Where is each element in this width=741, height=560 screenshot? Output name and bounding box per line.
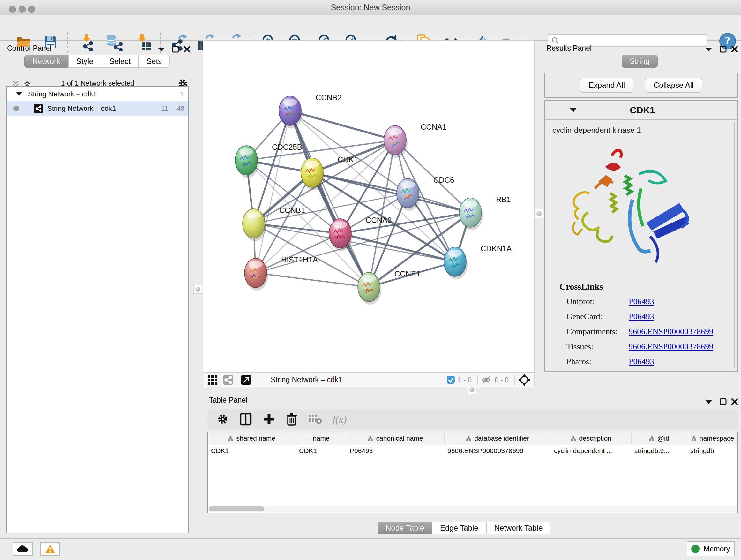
float-window-icon — [172, 45, 179, 53]
column-header-@id[interactable]: @id — [631, 432, 687, 445]
birds-eye-view-button[interactable] — [207, 373, 218, 387]
tab-style[interactable]: Style — [68, 55, 101, 68]
delete-table-button[interactable] — [308, 412, 322, 426]
edge-HIST1H1A-CCNE1[interactable] — [256, 273, 369, 287]
column-type-icon — [649, 436, 655, 441]
node-CCNA1[interactable]: CCNA1 — [384, 123, 447, 158]
hidden-node-edge-counts: 0 - 0 — [495, 376, 509, 384]
column-header-namespace[interactable]: namespace — [687, 432, 738, 445]
results-panel-collapse-button[interactable] — [705, 47, 712, 53]
node-HIST1H1A[interactable]: HIST1H1A — [245, 255, 318, 291]
expand-all-button[interactable]: Expand All — [580, 78, 633, 92]
crosslink-link[interactable]: 9606.ENSP00000378699 — [629, 342, 713, 352]
gene-symbol: CDK1 — [576, 105, 709, 116]
tab-string[interactable]: String — [622, 55, 658, 68]
function-builder-button[interactable]: f(x) — [333, 412, 347, 426]
protein-structure-image — [557, 137, 701, 274]
show-columns-button[interactable] — [239, 412, 252, 426]
selected-checkbox-icon[interactable] — [447, 375, 455, 384]
import-network-from-file-button[interactable] — [78, 34, 95, 51]
import-network-from-database-button[interactable] — [105, 34, 122, 51]
delete-table-icon — [308, 414, 322, 424]
table-options-button[interactable] — [217, 412, 228, 426]
network-collection-row[interactable]: String Network – cdk1 1 — [7, 87, 188, 101]
column-header-shared-name[interactable]: shared name — [208, 432, 296, 445]
delete-columns-button[interactable] — [286, 412, 297, 426]
tab-network[interactable]: Network — [24, 55, 68, 68]
table-row[interactable]: CDK1CDK1P064939606.ENSP00000378699cyclin… — [208, 445, 738, 457]
create-column-button[interactable] — [263, 412, 275, 426]
network-edge-count: 48 — [177, 105, 185, 113]
node-label-RB1: RB1 — [496, 195, 511, 204]
tree-expander-icon[interactable] — [16, 92, 22, 96]
crosslink-link[interactable]: P06493 — [629, 297, 654, 307]
application-window: Session: New Session — [0, 0, 741, 560]
hidden-eye-icon[interactable] — [481, 375, 492, 384]
node-RB1[interactable]: RB1 — [459, 195, 511, 230]
close-icon — [731, 45, 738, 53]
collapse-gene-card-icon[interactable] — [570, 108, 576, 112]
open-in-browser-button[interactable] — [241, 373, 252, 387]
control-panel-float-button[interactable] — [172, 45, 179, 54]
tab-network-table[interactable]: Network Table — [486, 522, 551, 535]
collection-label: String Network – cdk1 — [28, 90, 97, 98]
crosslink-label: Tissues: — [566, 342, 629, 352]
crosshair-icon[interactable] — [518, 374, 530, 386]
tab-sets[interactable]: Sets — [138, 55, 170, 68]
node-table[interactable]: shared namenamecanonical namedatabase id… — [207, 432, 738, 513]
node-CCNE1[interactable]: CCNE1 — [358, 269, 420, 305]
node-CDC25B[interactable]: CDC25B — [235, 143, 302, 178]
left-splitter-grip[interactable] — [193, 285, 202, 294]
warnings-button[interactable] — [40, 542, 60, 556]
float-window-icon — [719, 398, 727, 406]
node-CDK1[interactable]: CDK1 — [301, 155, 358, 190]
network-row[interactable]: String Network – cdk1 11 48 — [7, 101, 188, 116]
crosslink-row: Compartments:9606.ENSP00000378699 — [566, 327, 713, 336]
right-splitter-grip[interactable] — [535, 209, 543, 218]
edge-CCNA1-CDC25B[interactable] — [246, 140, 395, 160]
crosslink-label: GeneCard: — [566, 312, 629, 321]
control-panel-close-button[interactable] — [183, 45, 191, 54]
control-panel-title: Control Panel — [7, 44, 51, 53]
results-panel-float-button[interactable] — [719, 45, 727, 54]
node-label-CDC6: CDC6 — [433, 176, 454, 184]
collapse-all-button[interactable]: Collapse All — [645, 78, 702, 92]
search-input[interactable] — [562, 36, 703, 45]
memory-ok-dot — [691, 545, 699, 553]
node-CDKN1A[interactable]: CDKN1A — [444, 244, 512, 279]
crosslink-link[interactable]: P06493 — [629, 357, 654, 367]
results-buttons-box: Expand All Collapse All — [544, 73, 738, 98]
table-panel-collapse-button[interactable] — [705, 400, 712, 406]
tab-edge-table[interactable]: Edge Table — [432, 522, 486, 535]
column-header-database-identifier[interactable]: database identifier — [444, 432, 551, 445]
chevron-down-icon — [705, 400, 712, 404]
table-panel-close-button[interactable] — [731, 398, 738, 407]
cloud-status-button[interactable] — [13, 542, 32, 556]
tab-select[interactable]: Select — [101, 55, 138, 68]
column-header-canonical-name[interactable]: canonical name — [347, 432, 444, 445]
network-label: String Network – cdk1 — [47, 105, 116, 113]
grid-icon — [207, 375, 218, 385]
chevron-down-icon — [705, 47, 712, 52]
column-header-name[interactable]: name — [296, 432, 347, 445]
tab-node-table[interactable]: Node Table — [378, 522, 432, 535]
crosslink-link[interactable]: P06493 — [629, 312, 654, 321]
search-icon — [551, 37, 559, 44]
table-hscrollbar-thumb[interactable] — [209, 506, 264, 511]
string-panel-toggle-button[interactable] — [223, 373, 233, 387]
column-type-icon — [367, 436, 373, 441]
column-header-description[interactable]: description — [551, 432, 631, 445]
results-panel-close-button[interactable] — [731, 45, 738, 54]
current-network-title: String Network – cdk1 — [271, 375, 342, 384]
control-panel-collapse-button[interactable] — [158, 47, 165, 53]
table-panel-float-button[interactable] — [719, 398, 727, 407]
crosslinks-list: Uniprot:P06493GeneCard:P06493Compartment… — [566, 297, 713, 368]
network-canvas[interactable]: CCNB2CCNA1CDC25BCDK1CDC6RB1CCNB1CCNA2CDK… — [203, 40, 535, 373]
crosslink-link[interactable]: 9606.ENSP00000378699 — [629, 327, 713, 336]
share-icon — [223, 374, 233, 385]
edge-CCNB2-HIST1H1A[interactable] — [256, 111, 290, 273]
memory-status-button[interactable]: Memory — [687, 541, 735, 557]
table-hscrollbar-track[interactable] — [208, 506, 737, 512]
import-table-from-file-button[interactable] — [135, 34, 152, 51]
toolbar-separator — [477, 374, 478, 385]
